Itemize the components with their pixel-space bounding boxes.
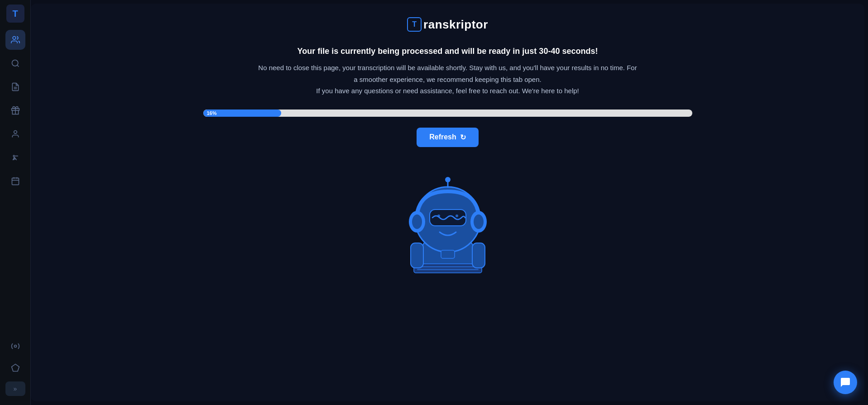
svg-point-29 bbox=[445, 177, 451, 182]
mascot-area bbox=[389, 161, 507, 278]
sidebar-item-translate[interactable] bbox=[5, 148, 25, 167]
main-content: T ranskriptor Your file is currently bei… bbox=[31, 4, 864, 401]
svg-rect-30 bbox=[430, 210, 466, 226]
user-icon bbox=[11, 129, 20, 138]
sidebar-item-diamond[interactable] bbox=[5, 358, 25, 378]
svg-rect-20 bbox=[417, 269, 479, 270]
progress-container: 16% bbox=[203, 110, 692, 117]
progress-bar-background: 16% bbox=[203, 110, 692, 117]
chat-bubble-icon bbox=[840, 377, 851, 388]
team-icon bbox=[11, 35, 20, 44]
svg-point-25 bbox=[412, 214, 422, 229]
refresh-button-label: Refresh bbox=[429, 133, 456, 141]
svg-point-27 bbox=[474, 214, 484, 229]
sidebar-item-documents[interactable] bbox=[5, 77, 25, 97]
sidebar-item-tools[interactable] bbox=[5, 336, 25, 356]
sidebar-item-search[interactable] bbox=[5, 53, 25, 73]
sidebar-item-calendar[interactable] bbox=[5, 171, 25, 191]
gift-icon bbox=[11, 106, 20, 115]
svg-point-7 bbox=[14, 131, 17, 134]
progress-bar-fill: 16% bbox=[203, 110, 282, 117]
message-line-4: If you have any questions or need assist… bbox=[258, 85, 637, 97]
expand-chevron-icon: » bbox=[14, 385, 17, 392]
svg-rect-18 bbox=[414, 264, 482, 273]
svg-rect-19 bbox=[417, 266, 479, 267]
svg-point-32 bbox=[456, 214, 458, 217]
tools-icon bbox=[11, 342, 20, 351]
svg-rect-22 bbox=[472, 243, 485, 268]
svg-rect-33 bbox=[441, 250, 455, 258]
sidebar-item-user[interactable] bbox=[5, 124, 25, 144]
sidebar-item-gift[interactable] bbox=[5, 100, 25, 120]
search-icon bbox=[11, 59, 20, 68]
sidebar-item-team[interactable] bbox=[5, 30, 25, 50]
brand-logo-letter: T bbox=[412, 20, 417, 29]
svg-point-1 bbox=[12, 60, 18, 66]
calendar-icon bbox=[11, 176, 20, 186]
brand-header: T ranskriptor bbox=[407, 17, 488, 32]
brand-name-text: ranskriptor bbox=[423, 18, 488, 31]
progress-label: 16% bbox=[207, 110, 217, 116]
sidebar: T bbox=[0, 0, 31, 405]
diamond-icon bbox=[11, 363, 20, 372]
brand-name: ranskriptor bbox=[423, 18, 488, 32]
robot-mascot bbox=[389, 161, 507, 278]
svg-line-2 bbox=[17, 65, 19, 67]
translate-icon bbox=[11, 153, 20, 162]
svg-marker-16 bbox=[11, 364, 19, 372]
message-line-3: a smoother experience, we recommend keep… bbox=[258, 74, 637, 86]
sidebar-nav bbox=[5, 30, 25, 336]
svg-point-15 bbox=[14, 345, 16, 348]
brand-logo-box: T bbox=[407, 17, 422, 32]
svg-rect-21 bbox=[411, 243, 423, 268]
logo-letter: T bbox=[12, 9, 18, 19]
chat-bubble-button[interactable] bbox=[834, 371, 857, 394]
sidebar-logo[interactable]: T bbox=[6, 5, 24, 23]
refresh-icon: ↻ bbox=[460, 133, 466, 142]
svg-point-0 bbox=[13, 37, 16, 40]
document-icon bbox=[11, 82, 20, 91]
message-line-2: No need to close this page, your transcr… bbox=[258, 62, 637, 74]
refresh-button[interactable]: Refresh ↻ bbox=[417, 128, 479, 147]
svg-rect-11 bbox=[12, 178, 19, 185]
message-line-1: Your file is currently being processed a… bbox=[258, 45, 637, 57]
sidebar-expand-button[interactable]: » bbox=[5, 381, 25, 396]
svg-point-31 bbox=[437, 214, 440, 217]
message-area: Your file is currently being processed a… bbox=[258, 45, 637, 97]
